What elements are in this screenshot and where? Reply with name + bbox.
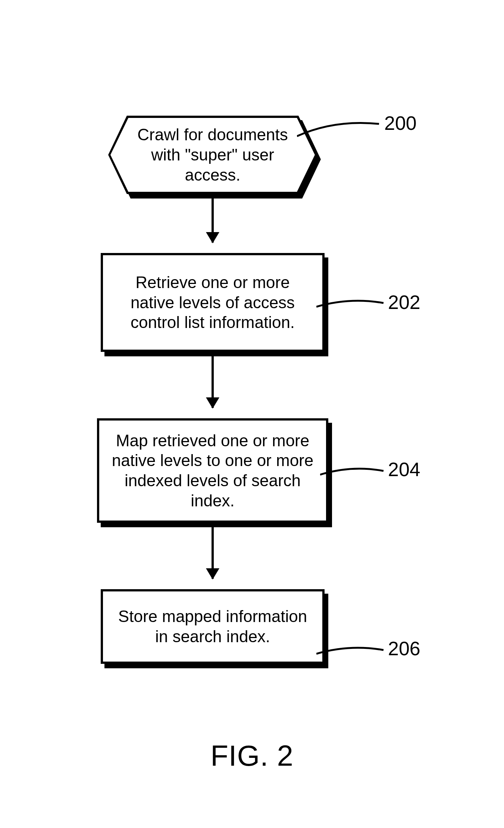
flowchart-column: Crawl for documents with "super" user ac…: [82, 116, 343, 664]
node-text: Map retrieved one or more native levels …: [110, 431, 315, 511]
ref-label-206: 206: [388, 637, 420, 660]
ref-label-202: 202: [388, 291, 420, 313]
flow-node-retrieve: Retrieve one or more native levels of ac…: [101, 253, 325, 352]
figure-caption: FIG. 2: [0, 739, 504, 773]
ref-label-200: 200: [384, 112, 417, 134]
flowchart-figure: Crawl for documents with "super" user ac…: [0, 0, 504, 828]
node-face: Retrieve one or more native levels of ac…: [101, 253, 325, 352]
node-text: Crawl for documents with "super" user ac…: [131, 125, 294, 185]
ref-leader-204: [320, 463, 398, 485]
arrow-2: [212, 356, 214, 408]
flow-node-store: Store mapped information in search index…: [101, 589, 325, 664]
arrow-3: [212, 527, 214, 579]
ref-leader-206: [316, 642, 398, 664]
node-text: Store mapped information in search index…: [114, 606, 311, 646]
ref-leader-202: [316, 295, 398, 317]
arrow-1: [212, 198, 214, 243]
node-text: Retrieve one or more native levels of ac…: [114, 272, 311, 332]
node-face: Store mapped information in search index…: [101, 589, 325, 664]
ref-leader-200: [297, 116, 394, 149]
node-face: Map retrieved one or more native levels …: [97, 418, 328, 523]
flow-node-crawl: Crawl for documents with "super" user ac…: [108, 116, 317, 194]
ref-label-204: 204: [388, 458, 420, 481]
node-face: Crawl for documents with "super" user ac…: [110, 118, 315, 192]
flow-node-map: Map retrieved one or more native levels …: [97, 418, 328, 523]
